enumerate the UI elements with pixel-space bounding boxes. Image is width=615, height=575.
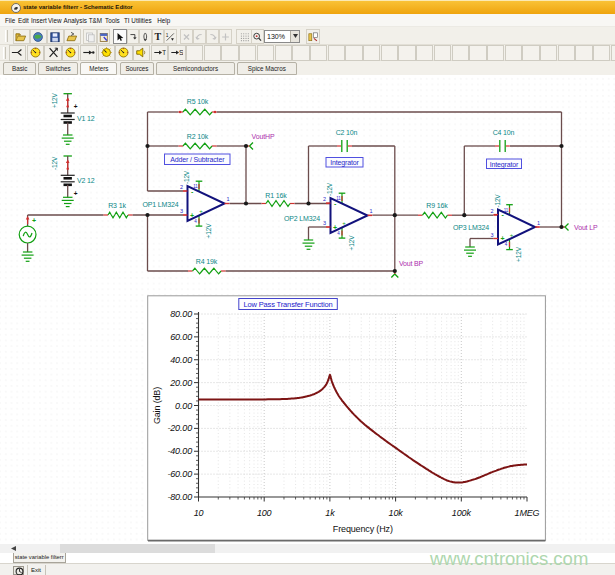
svg-text:Frequency (Hz): Frequency (Hz) (333, 524, 393, 534)
svg-text:80.00: 80.00 (170, 309, 192, 319)
svg-text:60.00: 60.00 (170, 332, 192, 342)
svg-text:R2 10k: R2 10k (187, 133, 209, 140)
svg-text:+12V: +12V (348, 235, 355, 251)
svg-text:11: 11 (336, 196, 341, 201)
svg-text:0.00: 0.00 (175, 401, 192, 411)
svg-text:R4 19k: R4 19k (196, 258, 218, 265)
svg-text:2: 2 (491, 208, 494, 214)
svg-text:-60.00: -60.00 (167, 469, 192, 479)
svg-text:+12V: +12V (51, 92, 58, 108)
svg-text:4: 4 (194, 219, 197, 224)
svg-text:11: 11 (504, 208, 509, 213)
svg-text:Gain (dB): Gain (dB) (152, 387, 162, 424)
svg-text:-12V: -12V (51, 156, 58, 170)
svg-text:C2 10n: C2 10n (336, 129, 358, 136)
svg-text:+12V: +12V (515, 246, 522, 262)
svg-text:S: S (180, 49, 184, 56)
svg-text:20.00: 20.00 (169, 378, 192, 388)
svg-text:-40.00: -40.00 (167, 446, 192, 456)
svg-text:-12V: -12V (494, 194, 501, 208)
svg-text:-80.00: -80.00 (167, 492, 192, 502)
svg-text:4: 4 (337, 231, 340, 236)
svg-text:+: + (32, 217, 36, 224)
svg-text:R3 1k: R3 1k (108, 202, 126, 209)
svg-text:Low Pass Transfer Function: Low Pass Transfer Function (243, 300, 332, 309)
svg-text:Vout LP: Vout LP (574, 224, 598, 231)
svg-text:OP1 LM324: OP1 LM324 (143, 201, 179, 208)
svg-text:+: + (74, 103, 78, 110)
svg-text:-12V: -12V (183, 170, 190, 184)
svg-text:Integrator: Integrator (330, 159, 359, 167)
svg-text:-20.00: -20.00 (167, 423, 192, 433)
svg-text:1: 1 (370, 208, 373, 214)
svg-text:4: 4 (505, 242, 508, 247)
svg-text:100: 100 (257, 508, 272, 518)
svg-text:V2 12: V2 12 (77, 177, 95, 184)
svg-text:100k: 100k (452, 508, 472, 518)
svg-text:Integrator: Integrator (490, 161, 519, 169)
svg-text:Adder / Subtracter: Adder / Subtracter (170, 156, 225, 163)
svg-text:+: + (74, 190, 78, 197)
svg-text:OP3 LM324: OP3 LM324 (453, 224, 489, 231)
svg-text:1: 1 (537, 220, 540, 226)
svg-text:OP2 LM324: OP2 LM324 (284, 215, 320, 222)
svg-text:40.00: 40.00 (170, 355, 192, 365)
svg-text:2: 2 (180, 184, 183, 190)
svg-text:3: 3 (180, 208, 183, 214)
svg-text:1: 1 (227, 196, 230, 202)
svg-text:1MEG: 1MEG (515, 508, 540, 518)
svg-text:1: 1 (166, 33, 169, 38)
svg-text:Vout BP: Vout BP (399, 260, 424, 267)
svg-text:R5 10k: R5 10k (187, 98, 209, 105)
svg-text:+12V: +12V (205, 223, 212, 239)
svg-text:R9 16k: R9 16k (426, 202, 448, 209)
svg-text:VoutHP: VoutHP (252, 133, 275, 140)
svg-text:11: 11 (193, 184, 198, 189)
svg-text:C4 10n: C4 10n (493, 129, 515, 136)
svg-text:R1 16k: R1 16k (265, 192, 287, 199)
svg-text:3: 3 (323, 220, 326, 226)
svg-text:3: 3 (491, 232, 494, 238)
svg-text:T: T (162, 49, 166, 56)
svg-text:V1 12: V1 12 (77, 115, 95, 122)
svg-text:2: 2 (323, 196, 326, 202)
svg-text:10: 10 (194, 508, 204, 518)
svg-text:10k: 10k (389, 508, 404, 518)
svg-text:-12V: -12V (326, 182, 333, 196)
svg-text:1k: 1k (325, 508, 335, 518)
